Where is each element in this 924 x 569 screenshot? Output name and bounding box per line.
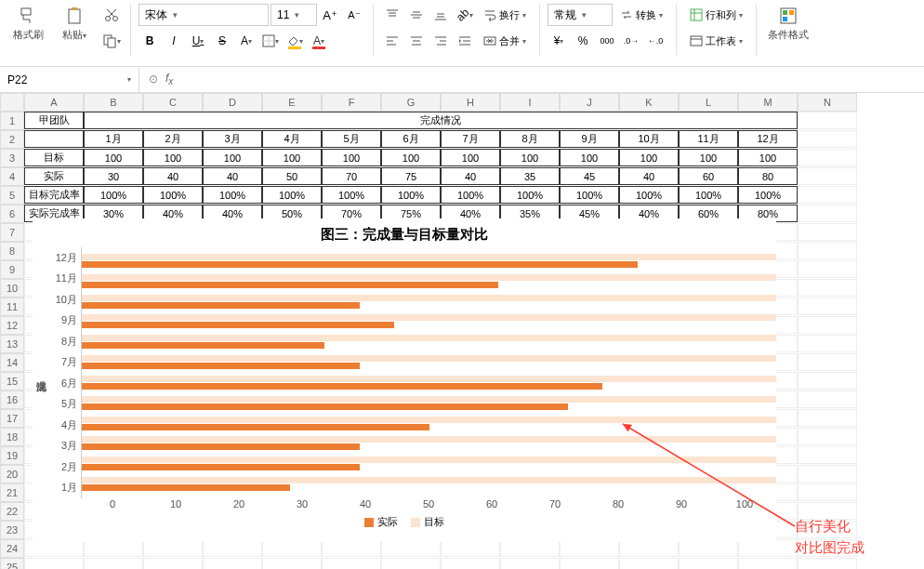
cell[interactable]: 35 xyxy=(500,167,560,185)
percent-button[interactable]: % xyxy=(572,30,594,52)
worksheet-button[interactable]: 工作表▾ xyxy=(684,30,748,52)
cell[interactable] xyxy=(798,279,857,297)
row-header[interactable]: 18 xyxy=(0,428,24,446)
cell[interactable]: 100 xyxy=(143,149,203,166)
row-header[interactable]: 13 xyxy=(0,335,24,353)
align-left-button[interactable] xyxy=(381,30,403,52)
align-top-button[interactable] xyxy=(381,4,403,26)
cell[interactable]: 40 xyxy=(203,167,262,185)
cell[interactable]: 7月 xyxy=(441,130,500,148)
rows-cols-button[interactable]: 行和列▾ xyxy=(684,4,748,26)
increase-font-button[interactable]: A⁺ xyxy=(319,4,341,26)
indent-button[interactable] xyxy=(454,30,476,52)
column-header[interactable]: F xyxy=(322,93,381,112)
cell[interactable] xyxy=(381,558,441,569)
cell[interactable]: 100% xyxy=(500,186,560,204)
row-header[interactable]: 19 xyxy=(0,446,24,465)
wrap-text-button[interactable]: 换行▾ xyxy=(478,4,532,26)
cell[interactable]: 100% xyxy=(262,186,322,204)
cell[interactable]: 10月 xyxy=(619,130,679,148)
row-header[interactable]: 7 xyxy=(0,223,24,242)
comma-button[interactable]: 000 xyxy=(596,30,618,52)
currency-button[interactable]: ¥▾ xyxy=(548,30,570,52)
cell[interactable]: 完成情况 xyxy=(84,112,798,129)
column-header[interactable]: L xyxy=(679,93,738,112)
row-header[interactable]: 14 xyxy=(0,353,24,372)
cell[interactable] xyxy=(798,112,857,129)
cell[interactable] xyxy=(798,465,857,483)
align-center-button[interactable] xyxy=(405,30,428,52)
row-header[interactable]: 3 xyxy=(0,149,24,167)
cell[interactable]: 12月 xyxy=(738,130,798,148)
cell[interactable]: 100 xyxy=(560,149,619,166)
cell[interactable] xyxy=(798,409,857,427)
cell[interactable]: 6月 xyxy=(381,130,441,148)
font-style-button[interactable]: A▾ xyxy=(235,30,257,52)
copy-button[interactable]: ▾ xyxy=(100,30,123,52)
cell[interactable]: 100% xyxy=(143,186,203,204)
column-header[interactable]: C xyxy=(143,93,203,112)
convert-button[interactable]: 转换▾ xyxy=(614,4,668,26)
row-header[interactable]: 5 xyxy=(0,186,24,205)
cond-format-group[interactable]: 条件格式 xyxy=(764,4,812,44)
row-header[interactable]: 11 xyxy=(0,298,24,316)
cell[interactable] xyxy=(798,558,857,569)
cell[interactable] xyxy=(322,558,381,569)
cell[interactable]: 实际 xyxy=(24,167,84,185)
cell[interactable]: 甲团队 xyxy=(24,112,84,129)
cell[interactable] xyxy=(798,260,857,278)
cell[interactable]: 100% xyxy=(84,186,143,204)
fx-icon[interactable]: fx xyxy=(165,72,173,86)
underline-button[interactable]: U▾ xyxy=(187,30,209,52)
cell[interactable]: 100% xyxy=(560,186,619,204)
cell[interactable] xyxy=(798,130,857,148)
cell[interactable] xyxy=(560,558,619,569)
cell[interactable] xyxy=(798,483,857,501)
chart-object[interactable]: 图三：完成量与目标量对比 完成情况 1月2月3月4月5月6月7月8月9月10月1… xyxy=(33,218,776,542)
column-header[interactable]: D xyxy=(203,93,262,112)
align-bottom-button[interactable] xyxy=(429,4,452,26)
cell[interactable] xyxy=(798,223,857,241)
cell[interactable]: 80 xyxy=(738,167,798,185)
cell[interactable] xyxy=(24,558,84,569)
cell[interactable]: 目标完成率 xyxy=(24,186,84,204)
cell[interactable] xyxy=(798,372,857,390)
row-header[interactable]: 25 xyxy=(0,558,24,569)
row-header[interactable]: 20 xyxy=(0,465,24,483)
font-name-select[interactable]: 宋体▾ xyxy=(139,4,269,26)
cell[interactable]: 8月 xyxy=(500,130,560,148)
row-header[interactable]: 22 xyxy=(0,502,24,521)
cell[interactable]: 100 xyxy=(619,149,679,166)
cell[interactable]: 100% xyxy=(441,186,500,204)
align-middle-button[interactable] xyxy=(405,4,428,26)
cell[interactable] xyxy=(798,242,857,259)
cell[interactable] xyxy=(798,186,857,204)
cell[interactable]: 100% xyxy=(738,186,798,204)
cell[interactable] xyxy=(262,558,322,569)
cell[interactable]: 45 xyxy=(560,167,619,185)
cell[interactable]: 3月 xyxy=(203,130,262,148)
cell[interactable]: 100 xyxy=(679,149,738,166)
number-format-select[interactable]: 常规▾ xyxy=(548,4,613,26)
paste-group[interactable]: 粘贴▾ xyxy=(54,4,95,44)
cell[interactable]: 11月 xyxy=(679,130,738,148)
cell-reference-box[interactable]: P22▾ xyxy=(0,67,139,92)
cell[interactable] xyxy=(679,558,738,569)
cell[interactable]: 50 xyxy=(262,167,322,185)
cell[interactable]: 目标 xyxy=(24,149,84,166)
cell[interactable] xyxy=(24,130,84,148)
bold-button[interactable]: B xyxy=(139,30,161,52)
cell[interactable] xyxy=(798,335,857,352)
cell[interactable]: 40 xyxy=(441,167,500,185)
cell[interactable]: 40 xyxy=(143,167,203,185)
row-header[interactable]: 10 xyxy=(0,279,24,298)
row-header[interactable]: 12 xyxy=(0,316,24,335)
decrease-decimal-button[interactable]: ←.0 xyxy=(644,30,667,52)
cell[interactable]: 100% xyxy=(619,186,679,204)
cell[interactable] xyxy=(798,167,857,185)
cell[interactable]: 9月 xyxy=(560,130,619,148)
row-header[interactable]: 24 xyxy=(0,539,24,558)
cell[interactable]: 1月 xyxy=(84,130,143,148)
cell[interactable]: 100 xyxy=(441,149,500,166)
row-header[interactable]: 2 xyxy=(0,130,24,149)
